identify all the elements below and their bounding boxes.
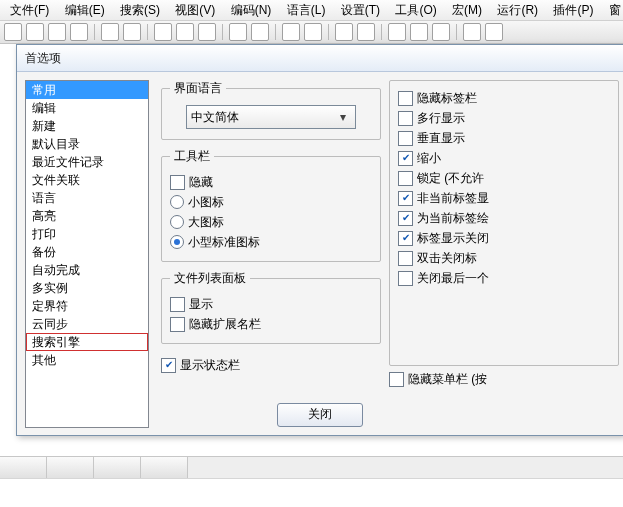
tabbar-label-6: 为当前标签绘 (417, 209, 489, 227)
tabbar-check-9[interactable] (398, 271, 413, 286)
menu-view[interactable]: 视图(V) (169, 0, 221, 20)
doc-tab-strip (0, 456, 623, 479)
menu-tools[interactable]: 工具(O) (389, 0, 442, 20)
toolbar-separator (328, 24, 329, 40)
new-file-icon[interactable] (4, 23, 22, 41)
doc-tab[interactable] (47, 457, 94, 479)
menu-encoding[interactable]: 编码(N) (225, 0, 278, 20)
toolbar-big-radio[interactable] (170, 215, 184, 229)
doc-tab[interactable] (0, 457, 47, 479)
menu-run[interactable]: 运行(R) (491, 0, 544, 20)
list-item-default-dir[interactable]: 默认目录 (26, 135, 148, 153)
menu-window[interactable]: 窗 (603, 0, 623, 20)
ui-language-legend: 界面语言 (170, 80, 226, 97)
toolbar-separator (275, 24, 276, 40)
hide-menubar-label: 隐藏菜单栏 (按 (408, 370, 487, 388)
list-item-print[interactable]: 打印 (26, 225, 148, 243)
paste-icon[interactable] (198, 23, 216, 41)
menu-lang[interactable]: 语言(L) (281, 0, 332, 20)
undo-icon[interactable] (229, 23, 247, 41)
tabbar-check-6[interactable] (398, 211, 413, 226)
zoom-out-icon[interactable] (357, 23, 375, 41)
list-item-other[interactable]: 其他 (26, 351, 148, 369)
filelist-show-check[interactable] (170, 297, 185, 312)
main-toolbar (0, 21, 623, 44)
list-item-new[interactable]: 新建 (26, 117, 148, 135)
toolbar-standard-radio[interactable] (170, 235, 184, 249)
list-item-general[interactable]: 常用 (26, 81, 148, 99)
toolbar-small-label: 小图标 (188, 193, 224, 211)
list-item-file-assoc[interactable]: 文件关联 (26, 171, 148, 189)
toolbar-standard-label: 小型标准图标 (188, 233, 260, 251)
redo-icon[interactable] (251, 23, 269, 41)
list-item-delimiters[interactable]: 定界符 (26, 297, 148, 315)
indent-guide-icon[interactable] (432, 23, 450, 41)
tabbar-check-3[interactable] (398, 151, 413, 166)
cut-icon[interactable] (154, 23, 172, 41)
menu-plugins[interactable]: 插件(P) (547, 0, 599, 20)
filelist-hideext-check[interactable] (170, 317, 185, 332)
menu-macro[interactable]: 宏(M) (446, 0, 488, 20)
copy-icon[interactable] (176, 23, 194, 41)
find-icon[interactable] (282, 23, 300, 41)
show-chars-icon[interactable] (410, 23, 428, 41)
list-item-language[interactable]: 语言 (26, 189, 148, 207)
toolbar-small-radio[interactable] (170, 195, 184, 209)
list-item-backup[interactable]: 备份 (26, 243, 148, 261)
hide-menubar-check[interactable] (389, 372, 404, 387)
close-icon[interactable] (101, 23, 119, 41)
list-item-autocomplete[interactable]: 自动完成 (26, 261, 148, 279)
tabbar-group: 隐藏标签栏多行显示垂直显示缩小锁定 (不允许非当前标签显为当前标签绘标签显示关闭… (389, 80, 619, 366)
dialog-title: 首选项 (17, 45, 623, 72)
list-item-cloud[interactable]: 云同步 (26, 315, 148, 333)
category-listbox[interactable]: 常用 编辑 新建 默认目录 最近文件记录 文件关联 语言 高亮 打印 备份 自动… (25, 80, 149, 428)
replace-icon[interactable] (304, 23, 322, 41)
filelist-hideext-label: 隐藏扩展名栏 (189, 315, 261, 333)
record-macro-icon[interactable] (463, 23, 481, 41)
list-item-recent[interactable]: 最近文件记录 (26, 153, 148, 171)
editor-area (0, 478, 623, 507)
filelist-group: 文件列表面板 显示 隐藏扩展名栏 (161, 270, 381, 344)
toolbar-separator (94, 24, 95, 40)
doc-tab[interactable] (94, 457, 141, 479)
show-statusbar-check[interactable] (161, 358, 176, 373)
save-icon[interactable] (48, 23, 66, 41)
tabbar-check-1[interactable] (398, 111, 413, 126)
tabbar-label-8: 双击关闭标 (417, 249, 477, 267)
toolbar-separator (222, 24, 223, 40)
doc-tab[interactable] (141, 457, 188, 479)
tabbar-check-8[interactable] (398, 251, 413, 266)
toolbar-separator (147, 24, 148, 40)
tabbar-label-9: 关闭最后一个 (417, 269, 489, 287)
tabbar-check-4[interactable] (398, 171, 413, 186)
zoom-in-icon[interactable] (335, 23, 353, 41)
open-file-icon[interactable] (26, 23, 44, 41)
toolbar-hide-check[interactable] (170, 175, 185, 190)
tabbar-check-2[interactable] (398, 131, 413, 146)
list-item-multi-instance[interactable]: 多实例 (26, 279, 148, 297)
ui-language-select[interactable]: 中文简体 ▾ (186, 105, 356, 129)
tabbar-check-0[interactable] (398, 91, 413, 106)
menu-bar: 文件(F) 编辑(E) 搜索(S) 视图(V) 编码(N) 语言(L) 设置(T… (0, 0, 623, 21)
wrap-icon[interactable] (388, 23, 406, 41)
list-item-edit[interactable]: 编辑 (26, 99, 148, 117)
menu-search[interactable]: 搜索(S) (114, 0, 166, 20)
print-icon[interactable] (123, 23, 141, 41)
play-macro-icon[interactable] (485, 23, 503, 41)
ui-language-group: 界面语言 中文简体 ▾ (161, 80, 381, 140)
tabbar-label-7: 标签显示关闭 (417, 229, 489, 247)
tabbar-check-7[interactable] (398, 231, 413, 246)
menu-file[interactable]: 文件(F) (4, 0, 55, 20)
close-button[interactable]: 关闭 (277, 403, 363, 427)
ui-language-value: 中文简体 (191, 108, 239, 126)
save-all-icon[interactable] (70, 23, 88, 41)
toolbar-separator (456, 24, 457, 40)
list-item-search-engine[interactable]: 搜索引擎 (26, 333, 148, 351)
show-statusbar-label: 显示状态栏 (180, 356, 240, 374)
tabbar-label-3: 缩小 (417, 149, 441, 167)
tabbar-check-5[interactable] (398, 191, 413, 206)
menu-settings[interactable]: 设置(T) (335, 0, 386, 20)
menu-edit[interactable]: 编辑(E) (59, 0, 111, 20)
list-item-highlight[interactable]: 高亮 (26, 207, 148, 225)
tabbar-label-4: 锁定 (不允许 (417, 169, 484, 187)
